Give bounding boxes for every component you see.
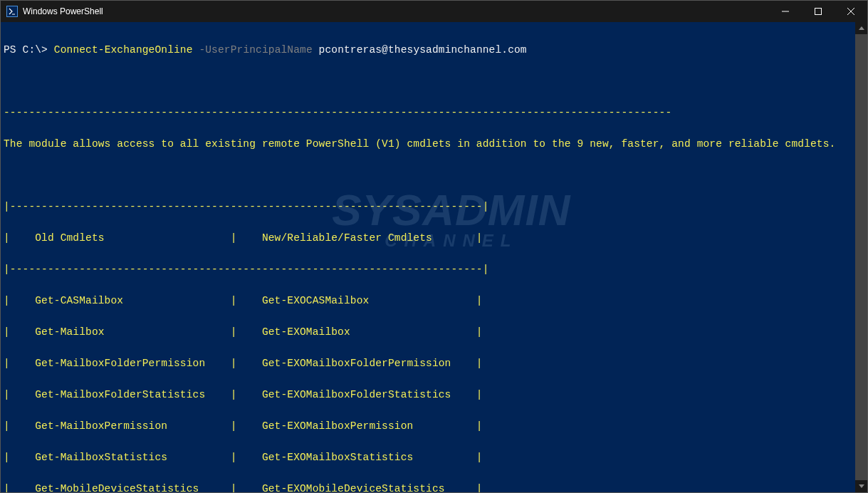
scroll-down-arrow[interactable] bbox=[855, 480, 867, 492]
scroll-thumb[interactable] bbox=[855, 34, 867, 480]
output-intro: The module allows access to all existing… bbox=[4, 136, 852, 152]
prompt: PS C:\> bbox=[4, 44, 48, 56]
scroll-up-arrow[interactable] bbox=[855, 22, 867, 34]
table-header: | Old Cmdlets | New/Reliable/Faster Cmdl… bbox=[4, 230, 852, 246]
command-param: -UserPrincipalName bbox=[199, 44, 312, 56]
terminal-output[interactable]: PS C:\> Connect-ExchangeOnline -UserPrin… bbox=[1, 22, 855, 492]
table-row: | Get-MailboxPermission | Get-EXOMailbox… bbox=[4, 418, 852, 434]
command-arg: pcontreras@thesysadminchannel.com bbox=[319, 44, 527, 56]
titlebar[interactable]: Windows PowerShell bbox=[1, 1, 867, 22]
minimize-button[interactable] bbox=[769, 1, 802, 22]
window-title: Windows PowerShell bbox=[23, 6, 769, 16]
vertical-scrollbar[interactable] bbox=[855, 22, 867, 492]
table-row: | Get-MailboxStatistics | Get-EXOMailbox… bbox=[4, 450, 852, 465]
svg-rect-1 bbox=[815, 9, 822, 15]
table-row: | Get-CASMailbox | Get-EXOCASMailbox | bbox=[4, 293, 852, 308]
close-button[interactable] bbox=[835, 1, 867, 22]
maximize-button[interactable] bbox=[802, 1, 835, 22]
terminal-body: PS C:\> Connect-ExchangeOnline -UserPrin… bbox=[1, 22, 867, 492]
table-row: | Get-MailboxFolderStatistics | Get-EXOM… bbox=[4, 387, 852, 403]
command-name: Connect-ExchangeOnline bbox=[54, 44, 193, 56]
table-border: |---------------------------------------… bbox=[4, 199, 852, 214]
table-border: |---------------------------------------… bbox=[4, 261, 852, 277]
table-row: | Get-Mailbox | Get-EXOMailbox | bbox=[4, 324, 852, 340]
powershell-window: Windows PowerShell PS C:\> Connect-Excha… bbox=[0, 0, 868, 493]
scroll-track[interactable] bbox=[855, 34, 867, 480]
powershell-icon bbox=[6, 6, 18, 17]
table-row: | Get-MobileDeviceStatistics | Get-EXOMo… bbox=[4, 481, 852, 492]
table-row: | Get-MailboxFolderPermission | Get-EXOM… bbox=[4, 356, 852, 371]
output-divider-top: ----------------------------------------… bbox=[4, 105, 852, 120]
window-controls bbox=[769, 1, 867, 22]
